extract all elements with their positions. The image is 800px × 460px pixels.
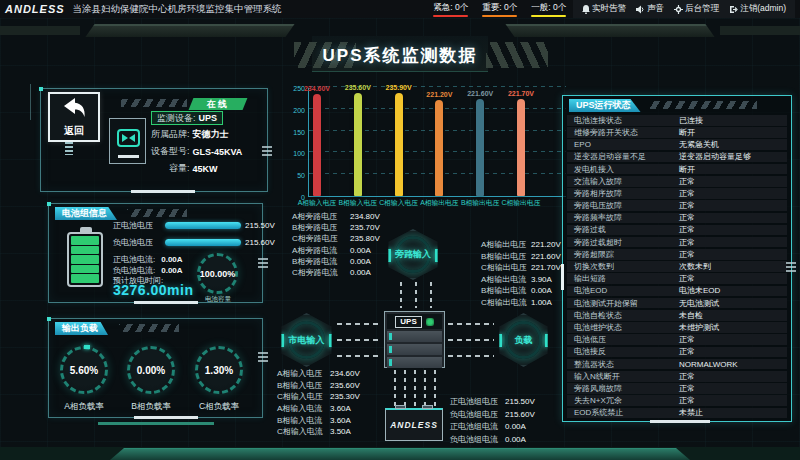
bar-group: 235.90VC相输入电压 xyxy=(395,87,403,196)
back-arrow-icon xyxy=(61,97,87,123)
status-value: 断开 xyxy=(679,164,695,175)
model-value: GLS-45KVA xyxy=(193,147,243,157)
load-panel-tab: 输出负载 xyxy=(55,322,108,335)
load-b-label: B相负载率 xyxy=(116,401,186,413)
speaker-icon xyxy=(636,5,645,14)
battery-group-row: 正电池组电流 0.00A xyxy=(450,420,568,433)
panel3-bottom-deco xyxy=(98,422,214,425)
status-row: 输入N线断开 正常 xyxy=(567,371,787,382)
bypass-node-label: 旁路输入 xyxy=(395,248,431,261)
deco-band-left-end xyxy=(0,26,80,35)
logout-button[interactable]: 注销(admin) xyxy=(729,3,786,15)
bar-category-label: A相输入电压 xyxy=(294,198,340,208)
ups-device-icon xyxy=(109,118,146,164)
bell-icon xyxy=(582,5,590,14)
model-row: 设备型号: GLS-45KVA xyxy=(151,144,263,159)
alarm-badge[interactable]: 紧急: 0个 xyxy=(433,2,468,17)
status-value: 电池未EOD xyxy=(679,285,720,296)
status-label: 旁路相序故障 xyxy=(574,188,622,199)
ups-status-panel: UPS运行状态 电池连接状态 已连接 维修旁路开关状态 断开 xyxy=(562,95,792,422)
status-label: 输入N线断开 xyxy=(574,371,620,382)
alarm-badge[interactable]: 重要: 0个 xyxy=(482,2,517,17)
main-area: UPS系统监测数据 返回 在线 监测设备: U xyxy=(0,18,800,460)
alarm-badge-label: 一般: 0个 xyxy=(531,2,566,14)
kv-value: 221.20V xyxy=(531,240,561,249)
ups-status-led-icon xyxy=(426,318,434,326)
status-row: 旁路过载 正常 xyxy=(567,225,787,236)
mains-to-ups-dashes xyxy=(337,323,382,357)
status-label: 旁路电压故障 xyxy=(574,200,622,211)
status-row: 旁路过载超时 正常 xyxy=(567,237,787,248)
status-row: 电池自检状态 未自检 xyxy=(567,310,787,321)
ups-rack-label: UPS xyxy=(395,316,421,328)
device-type-label: 监测设备: xyxy=(157,112,196,125)
neg-current-value: 0.00A xyxy=(161,266,182,275)
kv-label: C相旁路电压 xyxy=(292,233,350,244)
kv-value: 215.50V xyxy=(505,397,535,406)
load-node-label: 负载 xyxy=(515,334,533,347)
bypass-row: B相旁路电流 0.00A xyxy=(292,256,404,267)
realtime-alarm-button[interactable]: 实时告警 xyxy=(582,3,626,15)
status-value: 正常 xyxy=(679,346,695,357)
kv-value: 1.00A xyxy=(531,298,552,307)
battery-group-row: 负电池组电压 215.60V xyxy=(450,408,568,421)
dash-line xyxy=(434,370,436,406)
kv-value: 234.80V xyxy=(350,212,380,221)
capacity-row: 容量: 45KW xyxy=(151,161,263,176)
alarm-badge[interactable]: 一般: 0个 xyxy=(531,2,566,17)
brand-label: 所属品牌: xyxy=(151,128,190,141)
pos-current-value: 0.00A xyxy=(161,255,182,264)
voltage-bar-chart: 050100150200250 234.60VA相输入电压235.60VB相输入… xyxy=(294,85,570,211)
dash-line xyxy=(337,355,382,357)
status-panel-edge-highlight xyxy=(561,264,564,290)
sound-label: 声音 xyxy=(647,3,664,15)
kv-label: C相输入电流 xyxy=(277,426,330,437)
bar-value-label: 235.60V xyxy=(336,84,380,91)
back-button[interactable]: 返回 xyxy=(48,92,100,142)
kv-label: 正电池组电压 xyxy=(450,396,505,407)
bypass-node-accent-right xyxy=(435,249,439,262)
bar xyxy=(395,93,403,196)
logout-icon xyxy=(729,5,738,14)
footer-band xyxy=(110,448,690,460)
kv-value: 215.60V xyxy=(505,410,535,419)
arrow-left-glyph xyxy=(129,134,135,142)
bar-group: 234.60VA相输入电压 xyxy=(313,87,321,196)
admin-button[interactable]: 后台管理 xyxy=(674,3,719,15)
neg-voltage-bar xyxy=(165,239,241,246)
status-value: 正常 xyxy=(679,200,695,211)
kv-label: A相输出电压 xyxy=(481,239,531,250)
capacity-label: 容量: xyxy=(169,162,190,175)
kv-value: 3.90A xyxy=(531,275,552,284)
input-row: A相输入电压 234.60V xyxy=(277,368,387,380)
kv-label: B相输出电流 xyxy=(481,285,531,296)
model-label: 设备型号: xyxy=(151,145,190,158)
input-row: B相输入电压 235.60V xyxy=(277,380,387,392)
ups-monitor-screen: ANDLESS 当涂县妇幼保健院中心机房环境监控集中管理系统 紧急: 0个 重要… xyxy=(0,0,800,460)
y-axis-tick: 150 xyxy=(293,129,305,136)
battery-cell xyxy=(71,265,99,274)
status-row: EPO 无紧急关机 xyxy=(567,139,787,150)
panel3-edge-deco xyxy=(258,352,268,364)
bar-value-label: 234.60V xyxy=(295,85,339,92)
mains-node-label: 市电输入 xyxy=(289,334,325,347)
status-rows: 电池连接状态 已连接 维修旁路开关状态 断开 EPO 无紧急关机 逆变 xyxy=(567,115,787,420)
status-value: 正常 xyxy=(679,371,695,382)
battery-capacity-value: 100.00% xyxy=(200,269,236,279)
online-status-label: 在线 xyxy=(207,98,229,111)
status-value: 正常 xyxy=(679,237,695,248)
bar-group: 221.60VB相输出电压 xyxy=(476,87,484,196)
sound-button[interactable]: 声音 xyxy=(636,3,664,15)
kv-label: A相输入电压 xyxy=(277,368,330,379)
status-label: 发电机接入 xyxy=(574,164,614,175)
status-row: 电池连接状态 已连接 xyxy=(567,115,787,126)
status-label: 旁路频率故障 xyxy=(574,212,622,223)
battery-icon xyxy=(67,232,103,287)
kv-label: A相旁路电压 xyxy=(292,211,350,222)
pos-voltage-bar-row: 正电池电压 215.50V xyxy=(113,220,275,231)
pos-voltage-label: 正电池电压 xyxy=(113,220,161,231)
load-a-value: 5.60% xyxy=(70,365,98,376)
brand-logo: ANDLESS xyxy=(5,3,65,15)
battery-group-row: 负电池组电流 0.00A xyxy=(450,433,568,446)
bypass-row: C相旁路电压 235.80V xyxy=(292,233,404,244)
